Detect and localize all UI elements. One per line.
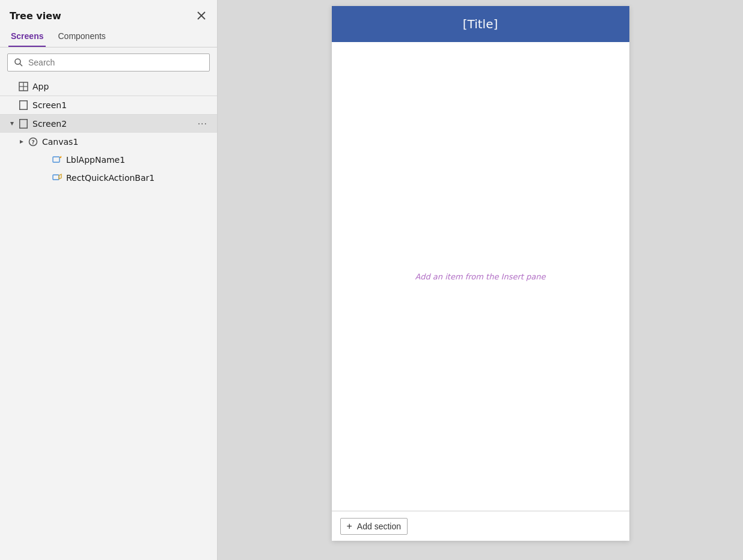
panel-title: Tree view [10,10,61,22]
canvas-footer: + Add section [332,511,629,541]
rectquickactionbar1-label: RectQuickActionBar1 [66,173,210,183]
tree-view-panel: Tree view Screens Components ▶ [0,0,218,560]
search-input[interactable] [28,58,203,67]
add-section-button[interactable]: + Add section [340,518,408,535]
tab-screens[interactable]: Screens [8,28,46,47]
canvas-body[interactable]: Add an item from the Insert pane [332,42,629,511]
svg-marker-8 [10,122,14,126]
svg-point-2 [15,59,20,64]
search-box [7,53,210,72]
more-options-button[interactable]: ··· [195,118,210,129]
tabs-row: Screens Components [0,28,217,47]
lblappname1-label: LblAppName1 [66,155,210,165]
canvas-frame: [Title] Add an item from the Insert pane… [332,6,629,541]
close-button[interactable] [194,10,209,22]
tree-item-lblappname1[interactable]: ▶ LblAppName1 [0,151,217,169]
add-section-plus-icon: + [347,521,352,532]
screen-icon-2 [18,118,29,129]
app-icon [18,81,29,92]
canvas-title: [Title] [463,17,498,31]
svg-line-3 [20,64,22,66]
expand-canvas1-icon[interactable] [17,137,26,147]
svg-rect-13 [53,157,60,162]
tab-components[interactable]: Components [55,28,108,47]
tree-item-rectquickactionbar1[interactable]: ▶ RectQuickActionBar1 [0,169,217,187]
tree-item-screen1[interactable]: ▶ Screen1 [0,96,217,114]
search-icon [14,58,23,67]
canvas-icon: ? [28,136,38,147]
rect-icon [52,172,63,183]
tree-item-canvas1[interactable]: ? Canvas1 [0,133,217,151]
tree-item-app[interactable]: ▶ App [0,78,217,96]
label-icon [52,154,63,165]
app-label: App [32,82,210,91]
canvas-area: [Title] Add an item from the Insert pane… [218,0,743,560]
expand-screen2-icon[interactable] [7,119,17,129]
close-icon [197,11,206,20]
insert-hint: Add an item from the Insert pane [415,272,546,281]
screen2-label: Screen2 [32,119,195,129]
svg-marker-10 [20,140,23,144]
svg-rect-9 [20,120,28,129]
svg-rect-16 [53,175,59,180]
svg-marker-17 [59,174,61,179]
screen1-label: Screen1 [32,100,210,110]
svg-rect-7 [20,101,28,110]
svg-text:?: ? [31,139,34,145]
panel-header: Tree view [0,0,217,28]
canvas1-label: Canvas1 [42,137,210,147]
canvas-title-bar: [Title] [332,6,629,42]
tree-item-screen2[interactable]: Screen2 ··· [0,115,217,133]
tree-container: ▶ App ▶ Screen1 [0,78,217,560]
add-section-label: Add section [357,522,401,531]
screen-icon [18,100,29,111]
